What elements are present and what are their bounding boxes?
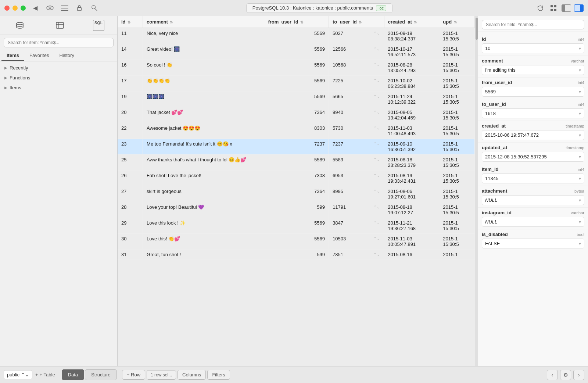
settings-button[interactable]: ⚙ — [560, 370, 571, 380]
sidebar-search-input[interactable] — [4, 38, 114, 47]
field-header-attachment: attachment bytea — [482, 188, 584, 194]
field-input-attachment[interactable] — [485, 197, 579, 203]
cell-comment: Aww thanks that's what I thought to lol … — [143, 155, 264, 171]
search-icon[interactable] — [89, 3, 99, 13]
cell-to-user-id: 7851⌃⌄ — [329, 250, 384, 259]
tab-favorites[interactable]: Favorites — [24, 50, 54, 61]
field-row: from_user_id int4 ▾ — [478, 78, 588, 99]
field-input-item_id[interactable] — [485, 176, 579, 181]
next-page-button[interactable]: › — [573, 370, 584, 380]
prev-page-button[interactable]: ‹ — [547, 370, 558, 380]
table-row[interactable]: 17 👏👏👏👏 5569 7225⌃⌄ 2015-10-02 06:23:38.… — [118, 76, 475, 92]
columns-button[interactable]: Columns — [178, 370, 206, 380]
add-table-button[interactable]: + + Table — [35, 372, 55, 377]
sidebar-section-items[interactable]: ▶ Items — [0, 83, 117, 93]
close-button[interactable] — [4, 6, 10, 11]
table-scroll[interactable]: id ⇅ comment ⇅ from_user_id ⇅ to_user_id… — [118, 16, 475, 366]
field-value-wrap-item_id[interactable]: ▾ — [482, 173, 584, 183]
col-id[interactable]: id ⇅ — [118, 16, 143, 28]
table-row[interactable]: 22 Awesome jacket 😍😍😍 8303 5730⌃⌄ 2015-1… — [118, 123, 475, 139]
tab-history[interactable]: History — [54, 50, 79, 61]
cell-upd: 2015-1 15:30:5 — [439, 186, 475, 202]
field-input-created_at[interactable] — [485, 132, 579, 138]
field-input-comment[interactable] — [485, 67, 579, 73]
cell-id: 17 — [118, 76, 143, 92]
sidebar-left-icon[interactable] — [562, 4, 571, 12]
tab-data[interactable]: Data — [62, 369, 84, 380]
field-value-wrap-comment[interactable]: ▾ — [482, 65, 584, 75]
cell-created-at: 2015-11-24 10:12:39.322 — [384, 92, 439, 107]
field-dropdown-from_user_id[interactable]: ▾ — [579, 89, 581, 94]
field-dropdown-comment[interactable]: ▾ — [579, 68, 581, 73]
table-row[interactable]: 16 So cool ! 👏 5569 10568⌃⌄ 2015-08-28 1… — [118, 60, 475, 76]
field-dropdown-attachment[interactable]: ▾ — [579, 198, 581, 203]
tab-items[interactable]: Items — [1, 50, 24, 61]
field-input-is_disabled[interactable] — [485, 241, 579, 246]
field-dropdown-is_disabled[interactable]: ▾ — [579, 241, 581, 246]
table-icon[interactable] — [53, 20, 67, 31]
tab-structure[interactable]: Structure — [85, 369, 117, 380]
table-row[interactable]: 14 Great video! 🎆 5569 12566⌃⌄ 2015-10-1… — [118, 44, 475, 60]
titlebar-center: PostgreSQL 10.3 : Katonice : katonice : … — [104, 3, 535, 13]
maximize-button[interactable] — [21, 6, 26, 11]
col-upd[interactable]: upd ⇅ — [439, 16, 475, 28]
table-row[interactable]: 25 Aww thanks that's what I thought to l… — [118, 155, 475, 171]
field-value-wrap-is_disabled[interactable]: ▾ — [482, 239, 584, 248]
table-row[interactable]: 28 Love your top! Beautiful 💜 599 11791⌃… — [118, 202, 475, 218]
right-panel-search-input[interactable] — [482, 20, 584, 29]
back-icon[interactable]: ◀ — [30, 3, 40, 13]
sidebar-right-icon[interactable] — [574, 4, 584, 12]
field-value-wrap-instagram_id[interactable]: ▾ — [482, 217, 584, 227]
field-input-from_user_id[interactable] — [485, 89, 579, 94]
field-dropdown-created_at[interactable]: ▾ — [579, 133, 581, 138]
table-row[interactable]: 27 skirt is gorgeous 7364 8995⌃⌄ 2015-08… — [118, 186, 475, 202]
field-value-wrap-from_user_id[interactable]: ▾ — [482, 87, 584, 97]
svg-point-6 — [92, 6, 95, 9]
add-row-button[interactable]: + Row — [122, 370, 145, 380]
field-dropdown-updated_at[interactable]: ▾ — [579, 154, 581, 160]
minimize-button[interactable] — [12, 6, 18, 11]
sidebar-section-recently[interactable]: ▶ Recently — [0, 63, 117, 73]
schema-select[interactable]: public ⌃⌄ — [4, 370, 32, 379]
sql-icon[interactable]: SQL — [93, 20, 104, 31]
field-dropdown-instagram_id[interactable]: ▾ — [579, 219, 581, 225]
table-scrollbar[interactable] — [475, 16, 478, 366]
list-icon[interactable] — [60, 3, 70, 13]
field-dropdown-to_user_id[interactable]: ▾ — [579, 111, 581, 116]
field-input-id[interactable] — [485, 46, 579, 51]
field-input-instagram_id[interactable] — [485, 219, 579, 225]
col-created-at[interactable]: created_at ⇅ — [384, 16, 439, 28]
table-row[interactable]: 31 Great, fun shot ! 599 7851⌃⌄ 2015-08-… — [118, 250, 475, 260]
col-to-user-id[interactable]: to_user_id ⇅ — [329, 16, 384, 28]
table-row[interactable]: 26 Fab shot! Love the jacket! 7308 6953⌃… — [118, 171, 475, 186]
cell-created-at: 2015-09-10 16:36:51.392 — [384, 139, 439, 155]
field-dropdown-item_id[interactable]: ▾ — [579, 176, 581, 181]
field-input-updated_at[interactable] — [485, 154, 579, 160]
field-value-wrap-created_at[interactable]: ▾ — [482, 130, 584, 140]
grid-icon[interactable] — [548, 3, 559, 13]
table-row[interactable]: 11 Nice, very nice 5569 5027⌃⌄ 2015-09-1… — [118, 28, 475, 44]
field-value-wrap-to_user_id[interactable]: ▾ — [482, 108, 584, 118]
col-comment[interactable]: comment ⇅ — [143, 16, 264, 28]
cell-upd: 2015-1 15:30:5 — [439, 107, 475, 123]
table-row[interactable]: 29 Love this look ! ✨ 5569 3847⌃⌄ 2015-1… — [118, 218, 475, 234]
lock-icon[interactable] — [74, 3, 85, 13]
cell-comment: That jacket 💕💕 — [143, 107, 264, 123]
add-table-icon: + — [35, 372, 38, 377]
database-icon[interactable] — [13, 20, 27, 31]
eye-icon[interactable] — [45, 3, 55, 13]
sidebar-section-functions[interactable]: ▶ Functions — [0, 73, 117, 83]
table-row[interactable]: 23 Me too Fernanda! It's cute isn't it 😊… — [118, 139, 475, 155]
field-dropdown-id[interactable]: ▾ — [579, 46, 581, 51]
refresh-icon[interactable] — [535, 3, 545, 13]
field-value-wrap-id[interactable]: ▾ — [482, 43, 584, 53]
cell-created-at: 2015-10-02 06:23:38.884 — [384, 76, 439, 92]
table-row[interactable]: 20 That jacket 💕💕 7364 9940⌃⌄ 2015-08-05… — [118, 107, 475, 123]
field-value-wrap-attachment[interactable]: ▾ — [482, 195, 584, 205]
col-from-user-id[interactable]: from_user_id ⇅ — [264, 16, 329, 28]
table-row[interactable]: 30 Love this! 👏💕 5569 10503⌃⌄ 2015-11-03… — [118, 234, 475, 250]
table-row[interactable]: 19 🎆🎆🎆 5569 5665⌃⌄ 2015-11-24 10:12:39.3… — [118, 92, 475, 107]
filters-button[interactable]: Filters — [207, 370, 230, 380]
field-input-to_user_id[interactable] — [485, 111, 579, 116]
field-value-wrap-updated_at[interactable]: ▾ — [482, 152, 584, 162]
